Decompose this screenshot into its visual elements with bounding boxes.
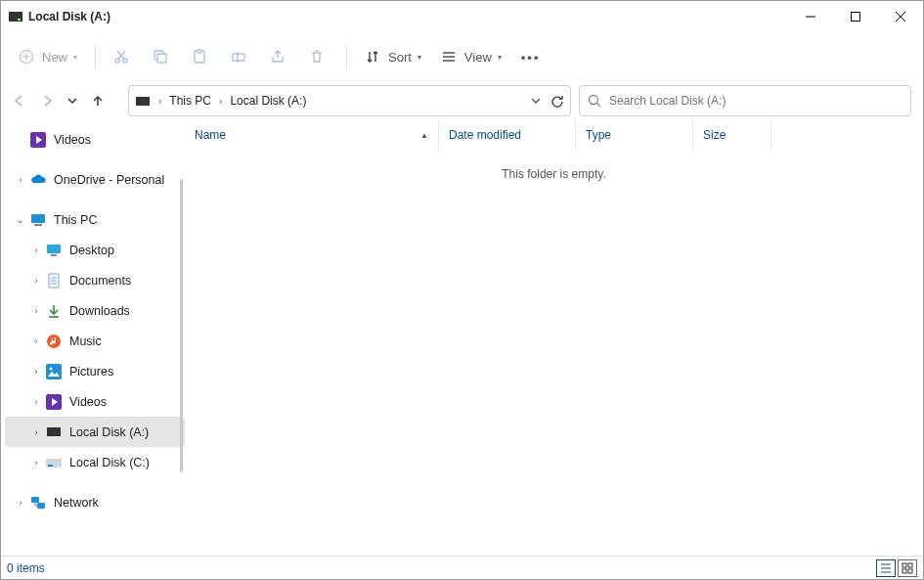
refresh-button[interactable] [550, 94, 564, 108]
rename-icon [231, 49, 246, 65]
body: Videos › OneDrive - Personal ⌄ This PC ›… [1, 120, 923, 556]
paste-button[interactable] [184, 39, 219, 74]
share-icon [270, 49, 286, 65]
column-type[interactable]: Type [576, 120, 693, 150]
status-bar: 0 items [1, 556, 923, 579]
rename-button[interactable] [223, 39, 258, 74]
forward-button[interactable] [40, 94, 54, 108]
svg-line-10 [117, 51, 124, 60]
svg-rect-26 [47, 245, 61, 253]
tree-label: This PC [54, 213, 97, 227]
tree-item-disk-c[interactable]: › Local Disk (C:) [5, 447, 185, 477]
tree-label: Videos [69, 395, 107, 409]
content-pane[interactable]: Name▲ Date modified Type Size This folde… [185, 120, 923, 556]
tree-item-network[interactable]: › Network [5, 487, 185, 517]
title-bar: Local Disk (A:) [1, 1, 923, 32]
tree-item-disk-a[interactable]: › Local Disk (A:) [5, 417, 185, 447]
delete-icon [309, 49, 325, 65]
breadcrumb-root[interactable]: This PC [165, 92, 215, 110]
svg-rect-12 [157, 54, 166, 63]
scrollbar[interactable] [180, 179, 183, 472]
tree-item-onedrive[interactable]: › OneDrive - Personal [5, 164, 185, 195]
paste-icon [192, 49, 207, 65]
tree-label: Documents [69, 274, 131, 288]
maximize-button[interactable] [833, 1, 878, 32]
close-button[interactable] [878, 1, 923, 32]
new-icon [19, 49, 34, 65]
expand-icon[interactable]: › [15, 498, 26, 508]
window-title: Local Disk (A:) [28, 10, 110, 23]
column-name[interactable]: Name▲ [185, 120, 439, 150]
desktop-icon [46, 243, 62, 258]
expand-icon[interactable]: › [30, 427, 42, 437]
tree-item-downloads[interactable]: › Downloads [5, 295, 185, 326]
expand-icon[interactable]: › [30, 276, 42, 286]
svg-rect-27 [51, 254, 57, 256]
tree-item-videos2[interactable]: › Videos [5, 386, 185, 417]
svg-line-9 [118, 51, 125, 60]
music-icon [46, 334, 62, 349]
search-input[interactable] [609, 94, 902, 108]
expand-icon[interactable]: › [30, 336, 42, 346]
copy-button[interactable] [145, 39, 180, 74]
thumbnails-view-button[interactable] [898, 559, 917, 577]
expand-icon[interactable]: › [30, 458, 42, 468]
minimize-button[interactable] [788, 1, 833, 32]
drive-icon [135, 93, 151, 109]
network-icon [30, 495, 46, 511]
expand-icon[interactable]: › [30, 245, 42, 255]
navigation-pane[interactable]: Videos › OneDrive - Personal ⌄ This PC ›… [1, 120, 185, 556]
view-button[interactable]: View▾ [433, 39, 509, 74]
column-label: Type [586, 128, 611, 142]
address-dropdown[interactable] [531, 96, 541, 106]
tree-item-desktop[interactable]: › Desktop [5, 235, 185, 265]
more-button[interactable]: ••• [513, 39, 549, 74]
tree-label: OneDrive - Personal [54, 173, 164, 187]
svg-rect-25 [34, 224, 42, 226]
expand-icon[interactable]: › [30, 397, 42, 407]
view-icon [441, 49, 457, 65]
ellipsis-icon: ••• [521, 50, 541, 65]
pictures-icon [46, 364, 62, 379]
expand-icon[interactable]: › [30, 367, 42, 377]
collapse-icon[interactable]: ⌄ [15, 215, 26, 225]
up-button[interactable] [91, 94, 105, 108]
expand-icon[interactable]: › [15, 175, 26, 185]
tree-item-videos[interactable]: Videos [5, 124, 185, 155]
share-button[interactable] [262, 39, 297, 74]
tree-label: Videos [54, 133, 91, 147]
delete-button[interactable] [301, 39, 336, 74]
tree-item-thispc[interactable]: ⌄ This PC [5, 204, 185, 235]
svg-rect-39 [48, 465, 53, 467]
column-headers: Name▲ Date modified Type Size [185, 120, 923, 150]
videos-icon [30, 132, 46, 148]
expand-icon[interactable]: › [30, 306, 42, 316]
svg-rect-40 [31, 497, 39, 503]
cut-button[interactable] [106, 39, 141, 74]
column-size[interactable]: Size [693, 120, 771, 150]
breadcrumb-current[interactable]: Local Disk (A:) [226, 92, 310, 110]
tree-label: Desktop [69, 244, 114, 257]
svg-point-35 [50, 367, 53, 370]
svg-rect-34 [46, 364, 62, 379]
window-controls [788, 1, 923, 32]
onedrive-icon [30, 172, 46, 188]
sort-label: Sort [388, 50, 412, 65]
sort-button[interactable]: Sort▾ [357, 39, 429, 74]
details-view-button[interactable] [876, 559, 896, 577]
svg-line-21 [597, 104, 601, 108]
drive-icon [46, 455, 62, 470]
tree-item-pictures[interactable]: › Pictures [5, 356, 185, 386]
new-button[interactable]: New▾ [11, 39, 85, 74]
search-box[interactable] [579, 85, 911, 116]
copy-icon [153, 49, 168, 65]
column-date[interactable]: Date modified [439, 120, 576, 150]
empty-folder-message: This folder is empty. [185, 150, 923, 199]
tree-item-music[interactable]: › Music [5, 326, 185, 356]
back-button[interactable] [13, 94, 26, 108]
address-bar[interactable]: › This PC › Local Disk (A:) [128, 85, 571, 116]
recent-button[interactable] [67, 96, 77, 106]
chevron-down-icon: ▾ [73, 53, 77, 62]
svg-rect-15 [233, 54, 244, 61]
tree-item-documents[interactable]: › Documents [5, 265, 185, 295]
